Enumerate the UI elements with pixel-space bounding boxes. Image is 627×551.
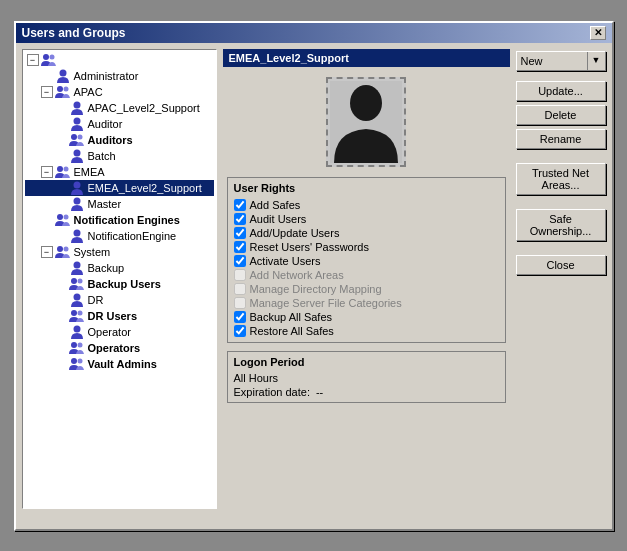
right-checkbox-0[interactable]	[234, 199, 246, 211]
svg-point-4	[63, 86, 68, 91]
right-row-7: Manage Server File Categories	[234, 296, 499, 310]
tree-item-batch[interactable]: Batch	[25, 148, 214, 164]
tree-label-operators: Operators	[88, 342, 141, 354]
right-row-4: Activate Users	[234, 254, 499, 268]
group-icon	[69, 133, 85, 147]
user-photo	[326, 77, 406, 167]
delete-button[interactable]: Delete	[516, 105, 606, 125]
user-icon	[69, 149, 85, 163]
svg-point-12	[73, 181, 80, 188]
close-dialog-button[interactable]: Close	[516, 255, 606, 275]
group-icon	[69, 277, 85, 291]
user-icon	[69, 229, 85, 243]
close-button[interactable]: ✕	[590, 26, 606, 40]
tree-item-emea[interactable]: − EMEA	[25, 164, 214, 180]
tree-item-auditor[interactable]: Auditor	[25, 116, 214, 132]
tree-item-apac-level2[interactable]: APAC_Level2_Support	[25, 100, 214, 116]
right-checkbox-6	[234, 283, 246, 295]
tree-item-dr-users[interactable]: DR Users	[25, 308, 214, 324]
tree-item-dr[interactable]: DR	[25, 292, 214, 308]
svg-point-13	[73, 197, 80, 204]
tree-item-backup[interactable]: Backup	[25, 260, 214, 276]
tree-label-auditors: Auditors	[88, 134, 133, 146]
divider2	[516, 199, 606, 205]
tree-item-system[interactable]: − System	[25, 244, 214, 260]
tree-item-root[interactable]: −	[25, 52, 214, 68]
right-checkbox-9[interactable]	[234, 325, 246, 337]
svg-point-22	[73, 293, 80, 300]
update-button[interactable]: Update...	[516, 81, 606, 101]
svg-point-21	[77, 278, 82, 283]
rename-button[interactable]: Rename	[516, 129, 606, 149]
tree-item-auditors[interactable]: Auditors	[25, 132, 214, 148]
tree-expand-system[interactable]: −	[41, 246, 53, 258]
main-content: − Administrator− APAC APAC_Level2_Suppor…	[16, 43, 612, 515]
tree-expand-emea[interactable]: −	[41, 166, 53, 178]
tree-label-vault-admins: Vault Admins	[88, 358, 157, 370]
new-dropdown-arrow[interactable]: ▼	[587, 52, 605, 70]
right-checkbox-3[interactable]	[234, 241, 246, 253]
tree-item-administrator[interactable]: Administrator	[25, 68, 214, 84]
logon-period-label: Logon Period	[234, 356, 499, 368]
svg-point-17	[57, 246, 63, 252]
svg-point-7	[71, 134, 77, 140]
tree-item-notif-engines[interactable]: Notification Engines	[25, 212, 214, 228]
right-checkbox-4[interactable]	[234, 255, 246, 267]
tree-label-master: Master	[88, 198, 122, 210]
tree-label-notif-engine: NotificationEngine	[88, 230, 177, 242]
user-icon	[69, 101, 85, 115]
tree-item-master[interactable]: Master	[25, 196, 214, 212]
right-label-8: Backup All Safes	[250, 311, 333, 323]
tree-item-operator[interactable]: Operator	[25, 324, 214, 340]
users-and-groups-dialog: Users and Groups ✕ − Administrator− APAC…	[14, 21, 614, 531]
user-icon	[69, 261, 85, 275]
tree-item-notif-engine[interactable]: NotificationEngine	[25, 228, 214, 244]
right-checkbox-1[interactable]	[234, 213, 246, 225]
tree-label-dr-users: DR Users	[88, 310, 138, 322]
svg-point-28	[71, 358, 77, 364]
rights-container: Add SafesAudit UsersAdd/Update UsersRese…	[234, 198, 499, 338]
tree-item-apac[interactable]: − APAC	[25, 84, 214, 100]
svg-point-6	[73, 117, 80, 124]
expiration-label: Expiration date:	[234, 386, 310, 398]
svg-point-15	[63, 214, 68, 219]
new-dropdown[interactable]: New ▼	[516, 51, 606, 71]
safe-ownership-button[interactable]: Safe Ownership...	[516, 209, 606, 241]
tree-label-administrator: Administrator	[74, 70, 139, 82]
tree-item-backup-users[interactable]: Backup Users	[25, 276, 214, 292]
svg-point-2	[59, 69, 66, 76]
new-button[interactable]: New	[517, 52, 587, 70]
right-label-1: Audit Users	[250, 213, 307, 225]
svg-point-9	[73, 149, 80, 156]
user-icon	[69, 197, 85, 211]
tree-item-vault-admins[interactable]: Vault Admins	[25, 356, 214, 372]
group-icon	[55, 245, 71, 259]
tree-item-operators[interactable]: Operators	[25, 340, 214, 356]
svg-point-29	[77, 358, 82, 363]
tree-expand-root[interactable]: −	[27, 54, 39, 66]
right-row-6: Manage Directory Mapping	[234, 282, 499, 296]
group-icon	[55, 85, 71, 99]
tree-label-dr: DR	[88, 294, 104, 306]
tree-expand-apac[interactable]: −	[41, 86, 53, 98]
expiry-row: Expiration date: --	[234, 386, 499, 398]
group-icon	[55, 213, 71, 227]
trusted-net-button[interactable]: Trusted Net Areas...	[516, 163, 606, 195]
right-label-0: Add Safes	[250, 199, 301, 211]
svg-point-14	[57, 214, 63, 220]
user-icon	[69, 293, 85, 307]
svg-point-8	[77, 134, 82, 139]
right-checkbox-8[interactable]	[234, 311, 246, 323]
right-label-3: Reset Users' Passwords	[250, 241, 369, 253]
right-panel: EMEA_Level2_Support User Rights Add Safe…	[223, 49, 510, 509]
tree-panel[interactable]: − Administrator− APAC APAC_Level2_Suppor…	[22, 49, 217, 509]
user-header: EMEA_Level2_Support	[223, 49, 510, 67]
right-checkbox-2[interactable]	[234, 227, 246, 239]
right-label-2: Add/Update Users	[250, 227, 340, 239]
tree-item-emea-level2[interactable]: EMEA_Level2_Support	[25, 180, 214, 196]
right-row-5: Add Network Areas	[234, 268, 499, 282]
tree-label-auditor: Auditor	[88, 118, 123, 130]
svg-point-23	[71, 310, 77, 316]
expiration-value: --	[316, 386, 323, 398]
svg-point-0	[43, 54, 49, 60]
